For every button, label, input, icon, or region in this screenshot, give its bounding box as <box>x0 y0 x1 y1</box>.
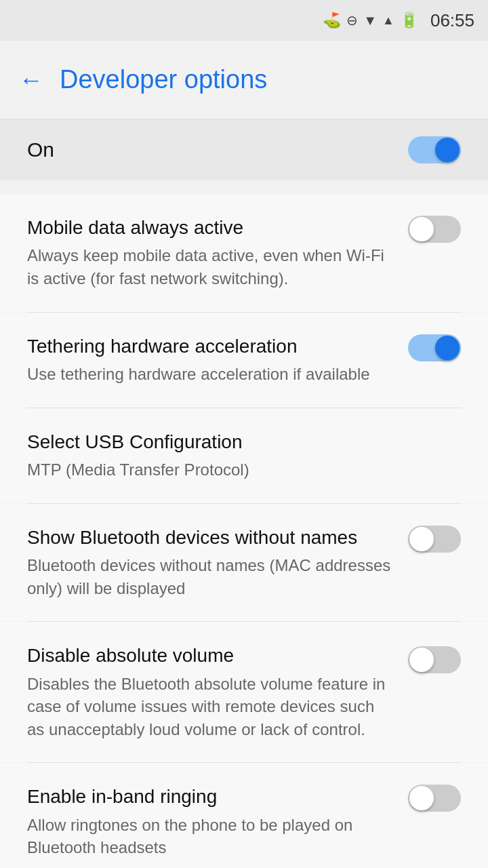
toggle-thumb <box>435 336 460 360</box>
toggle-inband[interactable] <box>408 785 461 812</box>
setting-inband-desc: Allow ringtones on the phone to be playe… <box>27 814 394 859</box>
setting-absolute-volume[interactable]: Disable absolute volume Disables the Blu… <box>0 622 488 762</box>
setting-abs-vol-text: Disable absolute volume Disables the Blu… <box>27 644 408 741</box>
setting-mobile-data-desc: Always keep mobile data active, even whe… <box>27 244 394 290</box>
toggle-bt-names[interactable] <box>408 526 461 553</box>
signal-icon: ▲ <box>382 14 394 28</box>
toggle-mobile-data[interactable] <box>408 216 461 243</box>
setting-usb-title: Select USB Configuration <box>27 430 447 454</box>
setting-tethering-title: Tethering hardware acceleration <box>27 334 394 359</box>
toggle-thumb <box>409 527 434 551</box>
setting-bt-names-desc: Bluetooth devices without names (MAC add… <box>27 554 394 599</box>
setting-inband-text: Enable in-band ringing Allow ringtones o… <box>27 785 408 859</box>
mute-icon: ⊖ <box>346 12 358 28</box>
status-time: 06:55 <box>430 10 474 31</box>
toggle-thumb <box>409 648 434 672</box>
toggle-thumb <box>435 138 460 162</box>
setting-tethering-text: Tethering hardware acceleration Use teth… <box>27 334 408 386</box>
app-bar: ← Developer options <box>0 41 488 119</box>
on-label: On <box>27 138 54 161</box>
setting-usb-text: Select USB Configuration MTP (Media Tran… <box>27 430 461 481</box>
notification-icon: ⛳ <box>323 12 341 29</box>
developer-options-toggle-row[interactable]: On <box>0 119 488 180</box>
setting-tethering[interactable]: Tethering hardware acceleration Use teth… <box>0 313 488 408</box>
status-bar: ⛳ ⊖ ▼ ▲ 🔋 06:55 <box>0 0 488 41</box>
toggle-tethering[interactable] <box>408 334 461 361</box>
setting-usb-desc: MTP (Media Transfer Protocol) <box>27 458 447 481</box>
status-icons: ⛳ ⊖ ▼ ▲ 🔋 <box>323 12 418 29</box>
setting-inband-title: Enable in-band ringing <box>27 785 394 809</box>
setting-mobile-data-title: Mobile data always active <box>27 216 394 240</box>
setting-abs-vol-desc: Disables the Bluetooth absolute volume f… <box>27 673 394 741</box>
page-title: Developer options <box>60 65 267 94</box>
developer-options-toggle[interactable] <box>408 136 461 163</box>
setting-inband-ringing[interactable]: Enable in-band ringing Allow ringtones o… <box>0 763 488 868</box>
setting-bluetooth-names[interactable]: Show Bluetooth devices without names Blu… <box>0 504 488 622</box>
setting-abs-vol-title: Disable absolute volume <box>27 644 394 668</box>
toggle-thumb <box>409 217 434 241</box>
spacer-1 <box>0 180 488 194</box>
toggle-abs-vol[interactable] <box>408 646 461 673</box>
back-button[interactable]: ← <box>19 66 43 94</box>
setting-tethering-desc: Use tethering hardware acceleration if a… <box>27 363 394 386</box>
setting-bt-names-title: Show Bluetooth devices without names <box>27 526 394 550</box>
setting-bt-names-text: Show Bluetooth devices without names Blu… <box>27 526 408 600</box>
wifi-icon: ▼ <box>363 13 377 28</box>
setting-usb-config[interactable]: Select USB Configuration MTP (Media Tran… <box>0 408 488 503</box>
setting-mobile-data-text: Mobile data always active Always keep mo… <box>27 216 408 290</box>
battery-icon: 🔋 <box>400 12 418 29</box>
setting-mobile-data[interactable]: Mobile data always active Always keep mo… <box>0 194 488 312</box>
